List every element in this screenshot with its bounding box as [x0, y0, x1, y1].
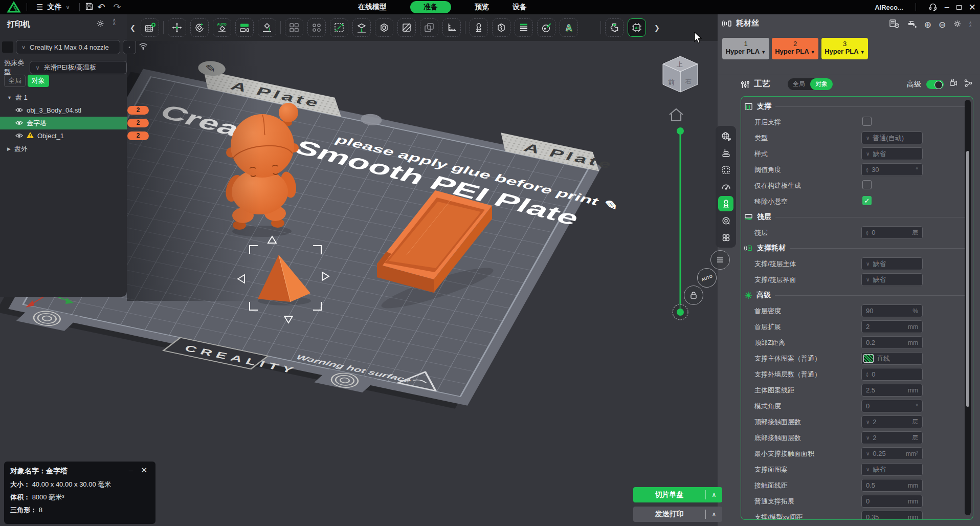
plugin-puzzle-button[interactable] — [605, 18, 623, 37]
normal-support-expansion-input[interactable]: 0mm — [861, 495, 923, 508]
sync-filament-icon[interactable] — [888, 18, 900, 31]
info-close-button[interactable]: ✕ — [141, 466, 147, 475]
tree-outside-plate[interactable]: ▶盘外 — [0, 142, 153, 155]
first-layer-density-input[interactable]: 90% — [861, 304, 923, 317]
info-minimize-button[interactable]: – — [129, 466, 133, 474]
tree-item-object1[interactable]: Object_12 — [0, 129, 153, 142]
support-wall-count-spinner[interactable]: ∧∨0 — [861, 368, 923, 381]
enable-support-checkbox[interactable] — [862, 117, 872, 126]
extruder-badge[interactable]: 2 — [127, 119, 149, 127]
seam-target-tool[interactable] — [718, 213, 733, 228]
pattern-spacing-input[interactable]: 2.5mm — [861, 384, 923, 397]
drop-to-plate-tool[interactable] — [352, 18, 371, 37]
filament-chip-2[interactable]: 2 Hyper PLA ▼ — [772, 38, 818, 59]
ai-assistant-button[interactable]: AI — [628, 18, 646, 37]
visibility-eye-icon[interactable] — [15, 119, 23, 127]
scrollbar[interactable] — [965, 100, 971, 515]
restore-button[interactable] — [956, 3, 962, 11]
hamburger-icon[interactable]: ☰ — [32, 3, 47, 12]
file-menu-chevron-icon[interactable]: ∨ — [61, 4, 74, 11]
color-groups-tool[interactable] — [718, 230, 733, 245]
redo-button[interactable]: ↷ — [109, 2, 125, 13]
toolbar-expand-icon[interactable]: ❯ — [653, 24, 661, 32]
home-view-button[interactable] — [670, 109, 683, 121]
rotate-tool[interactable] — [190, 18, 209, 37]
undo-button[interactable]: ↶ — [94, 2, 109, 13]
filament-chip-3[interactable]: 3 Hyper PLA ▼ — [821, 38, 868, 59]
support-paint-tool-active[interactable] — [718, 196, 733, 211]
clone-tool[interactable] — [420, 18, 438, 37]
support-pattern-select[interactable]: 直线 — [861, 352, 923, 365]
support-model-xy-gap-input[interactable]: 0.35mm — [861, 511, 923, 520]
wifi-icon[interactable] — [139, 42, 148, 52]
scope-object-tab[interactable]: 对象 — [28, 75, 49, 87]
threshold-angle-spinner[interactable]: ∧∨30° — [861, 163, 923, 176]
tab-preview[interactable]: 预览 — [475, 3, 489, 12]
chip-chevron-icon[interactable]: ▼ — [860, 50, 865, 55]
filament-settings-icon[interactable] — [953, 19, 962, 30]
compare-params-icon[interactable] — [964, 79, 973, 90]
measure-tool[interactable] — [442, 18, 461, 37]
panel-collapse-icon[interactable]: ∧∧ — [113, 18, 116, 26]
interface-pattern-select[interactable]: ∨缺省 — [861, 463, 923, 476]
remove-small-overhang-checkbox[interactable] — [862, 196, 872, 205]
filament-chip-1[interactable]: 1 Hyper PLA ▼ — [722, 38, 769, 59]
buildplate-only-checkbox[interactable] — [862, 180, 872, 189]
top-z-distance-input[interactable]: 0.2mm — [861, 336, 923, 349]
tree-item-pyramid-selected[interactable]: 金字塔2 — [0, 117, 127, 129]
file-menu[interactable]: 文件 — [47, 3, 61, 12]
support-interface-filament-select[interactable]: ∨缺省 — [861, 273, 923, 286]
close-button[interactable]: ✕ — [969, 2, 976, 13]
arrange-grid-tool[interactable] — [285, 18, 303, 37]
bottom-interface-layers-select[interactable]: ∨2层 — [861, 431, 923, 444]
save-button[interactable] — [85, 2, 94, 12]
printer-settings-icon[interactable] — [96, 19, 104, 30]
top-interface-layers-select[interactable]: ∨2层 — [861, 415, 923, 428]
tab-online-models[interactable]: 在线模型 — [358, 3, 387, 12]
tree-plate-1[interactable]: ▼盘 1 — [0, 91, 153, 104]
plate-layers-button[interactable] — [710, 250, 730, 270]
process-scope-toggle[interactable]: 全局 对象 — [788, 78, 833, 90]
send-options-chevron-icon[interactable]: ∧ — [706, 511, 722, 518]
flush-faucet-icon[interactable] — [907, 19, 917, 31]
support-style-select[interactable]: ∨缺省 — [861, 147, 923, 160]
speed-gauge-tool[interactable] — [718, 179, 733, 194]
lay-flat-tool[interactable] — [258, 18, 276, 37]
plate-settings-tool[interactable] — [718, 162, 733, 178]
support-headset-icon[interactable] — [928, 2, 938, 13]
height-range-tool[interactable] — [718, 145, 733, 161]
printer-select[interactable]: ∨Creality K1 Max 0.4 nozzle — [16, 40, 120, 54]
extruder-badge[interactable]: 2 — [127, 132, 149, 140]
slice-plate-button[interactable]: 切片单盘∧ — [633, 487, 722, 502]
process-scope-object[interactable]: 对象 — [810, 78, 833, 90]
viewport-3d[interactable]: A Plate ✎ A Plate Creality Smooth PEI Pl… — [0, 14, 718, 526]
cut-tool[interactable] — [397, 18, 416, 37]
toolbar-collapse-icon[interactable]: ❮ — [129, 24, 137, 32]
ai-recommend-label[interactable]: AIReco... — [875, 4, 903, 11]
send-print-button[interactable]: 发送打印∧ — [633, 507, 722, 522]
process-scope-global[interactable]: 全局 — [788, 78, 810, 90]
slice-options-chevron-icon[interactable]: ∧ — [706, 491, 722, 498]
color-paint-tool[interactable] — [537, 18, 555, 37]
tree-item-obj3[interactable]: obj_3_Body_04.stl2 — [0, 104, 153, 117]
pattern-angle-input[interactable]: 0° — [861, 400, 923, 412]
first-layer-expansion-input[interactable]: 2mm — [861, 320, 923, 333]
chip-chevron-icon[interactable]: ▼ — [761, 50, 766, 55]
bed-type-select[interactable]: ∨光滑PEI板/高温板 — [30, 61, 127, 74]
plate-lock-button[interactable] — [684, 286, 703, 305]
scrollbar-thumb[interactable] — [966, 151, 969, 407]
split-tool[interactable] — [492, 18, 510, 37]
visibility-eye-icon[interactable] — [15, 132, 23, 140]
minimize-button[interactable]: – — [945, 3, 949, 12]
view-cube[interactable]: 上 前 右 — [663, 56, 698, 92]
advanced-toggle[interactable] — [926, 80, 944, 89]
min-support-area-select[interactable]: ∨0.25mm² — [861, 447, 923, 460]
support-type-select[interactable]: ∨普通(自动) — [861, 132, 923, 144]
auto-orient-tool[interactable]: AUTO — [213, 18, 231, 37]
extruder-badge[interactable]: 2 — [127, 106, 149, 115]
arrange-tool[interactable] — [235, 18, 254, 37]
chip-chevron-icon[interactable]: ▼ — [811, 50, 815, 55]
support-body-filament-select[interactable]: ∨缺省 — [861, 257, 923, 270]
scope-global-tab[interactable]: 全局 — [4, 75, 26, 87]
seam-tool[interactable] — [375, 18, 393, 37]
